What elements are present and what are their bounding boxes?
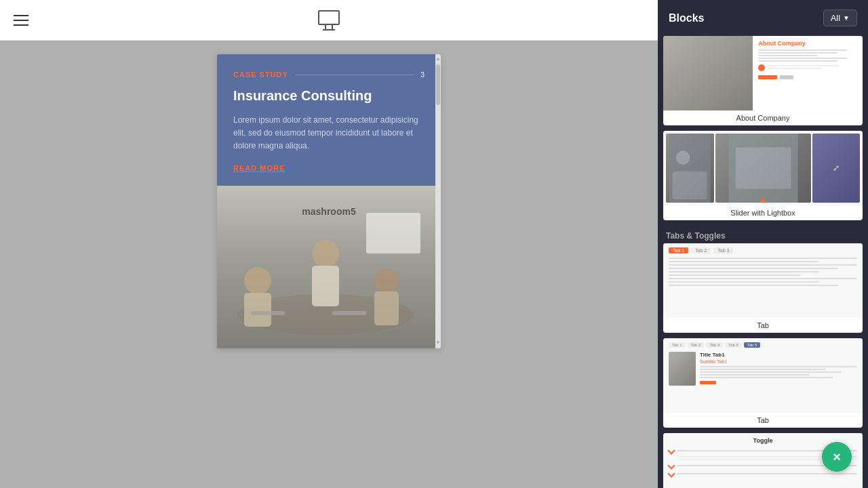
svg-rect-12	[673, 171, 707, 199]
read-more-link[interactable]: READ MORE	[233, 164, 425, 172]
sidebar-title: Blocks	[669, 12, 704, 24]
tab-2-thumbnail	[669, 352, 696, 386]
person-icon	[758, 64, 765, 71]
toggle-arrow-2	[667, 462, 675, 469]
svg-rect-2	[244, 293, 271, 327]
tab-block-1[interactable]: Tab 1 Tab 2 Tab 3	[663, 243, 863, 333]
tab-2-preview: Tab 1 Tab 2 Tab 3 Tab 4 Tab 5 Title Tab1…	[663, 338, 863, 413]
about-company-label: About Company	[663, 110, 863, 125]
svg-point-5	[374, 268, 399, 293]
slider-preview: ⤢	[663, 131, 863, 205]
svg-point-1	[244, 267, 271, 294]
about-company-block[interactable]: About Company	[663, 36, 863, 125]
case-study-label: CASE STUDY	[233, 70, 288, 79]
about-btn-orange	[758, 75, 777, 79]
svg-rect-7	[366, 213, 420, 253]
slider-img-3: ⤢	[812, 134, 861, 203]
top-bar	[0, 0, 658, 41]
slider-lightbox-block[interactable]: ⤢ Slider with Lightbox	[663, 131, 863, 220]
svg-rect-14	[735, 147, 791, 188]
toggle-arrow-1	[667, 447, 675, 454]
case-study-section: CASE STUDY 3 Insurance Consulting Lorem …	[217, 54, 441, 186]
toggle-item-3	[669, 471, 857, 476]
case-study-header: CASE STUDY 3	[233, 70, 425, 79]
tab-2-label: Tab	[663, 413, 863, 428]
scroll-arrow-down[interactable]: ▼	[435, 340, 441, 346]
case-study-title: Insurance Consulting	[233, 87, 425, 104]
svg-point-3	[312, 240, 339, 267]
tab-1-preview: Tab 1 Tab 2 Tab 3	[663, 243, 863, 318]
toggle-title: Toggle	[669, 437, 857, 444]
all-filter-button[interactable]: All ▼	[823, 9, 857, 26]
slider-img-2	[715, 134, 811, 203]
svg-point-11	[676, 151, 690, 165]
svg-rect-8	[251, 311, 285, 315]
close-icon: ×	[833, 450, 841, 464]
scroll-track[interactable]: ▲ ▼	[435, 54, 441, 348]
slider-dot-1	[761, 199, 765, 203]
case-study-image: mashroom5	[217, 186, 441, 348]
canvas-area: CASE STUDY 3 Insurance Consulting Lorem …	[0, 41, 658, 488]
tab-1-label: Tab	[663, 318, 863, 333]
expand-icon: ⤢	[833, 163, 840, 173]
toggle-arrow-3	[667, 470, 675, 477]
slider-dots	[663, 199, 863, 203]
about-btn-gray	[780, 75, 793, 79]
svg-rect-4	[312, 266, 339, 306]
about-image-col	[663, 36, 753, 110]
tab-2-pill-5: Tab 5	[744, 342, 761, 348]
about-text-col: About Company	[753, 36, 863, 110]
tab-pill-2: Tab 2	[691, 247, 711, 253]
sidebar: Blocks All ▼ About Company	[658, 0, 868, 488]
tab-row-1: Tab 1 Tab 2 Tab 3	[669, 247, 857, 253]
sidebar-content[interactable]: About Company	[658, 36, 868, 488]
about-company-preview: About Company	[663, 36, 863, 110]
about-company-title-preview: About Company	[758, 40, 857, 47]
tab-2-pill-3: Tab 3	[706, 342, 723, 348]
tab-2-title: Title Tab1	[700, 352, 857, 358]
case-study-body: Lorem ipsum dolor sit amet, consectetur …	[233, 114, 425, 153]
svg-rect-9	[332, 311, 366, 315]
sidebar-header: Blocks All ▼	[658, 0, 868, 36]
tab-2-pill-1: Tab 1	[669, 342, 686, 348]
scroll-thumb[interactable]	[436, 64, 440, 105]
tab-pill-1: Tab 1	[669, 247, 688, 253]
scroll-arrow-up[interactable]: ▲	[435, 54, 441, 62]
tab-row-2: Tab 1 Tab 2 Tab 3 Tab 4 Tab 5	[669, 342, 857, 348]
tab-2-content: Title Tab1 Subtitle Tab1	[669, 352, 857, 386]
main-canvas: CASE STUDY 3 Insurance Consulting Lorem …	[0, 0, 658, 488]
tab-pill-3: Tab 3	[713, 247, 733, 253]
case-study-number: 3	[420, 70, 425, 79]
tab-2-button	[700, 381, 716, 384]
preview-card: CASE STUDY 3 Insurance Consulting Lorem …	[217, 54, 441, 348]
case-study-divider	[295, 75, 414, 75]
tab-2-text: Title Tab1 Subtitle Tab1	[700, 352, 857, 386]
slider-img-1	[666, 134, 714, 203]
tab-2-pill-2: Tab 2	[688, 342, 705, 348]
tab-2-pill-4: Tab 4	[725, 342, 742, 348]
close-button[interactable]: ×	[822, 442, 852, 472]
chevron-down-icon: ▼	[843, 14, 850, 22]
slider-lightbox-label: Slider with Lightbox	[663, 205, 863, 220]
monitor-icon	[318, 10, 340, 30]
tab-1-content	[669, 258, 857, 286]
meeting-scene: mashroom5	[217, 186, 441, 348]
tabs-toggles-section-label: Tabs & Toggles	[663, 226, 863, 243]
tab-block-2[interactable]: Tab 1 Tab 2 Tab 3 Tab 4 Tab 5 Title Tab1…	[663, 338, 863, 428]
hamburger-menu[interactable]	[14, 15, 28, 26]
svg-rect-6	[374, 291, 399, 325]
tab-2-subtitle: Subtitle Tab1	[700, 359, 857, 364]
